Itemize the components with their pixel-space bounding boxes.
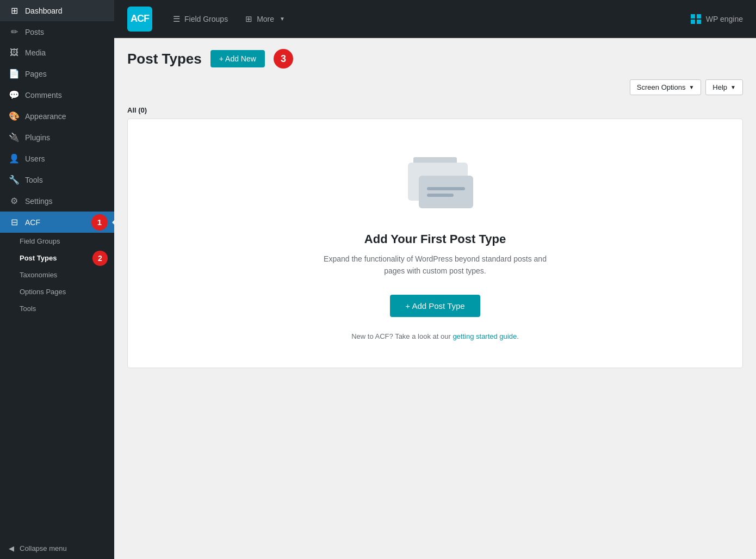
posts-icon: ✏	[9, 27, 20, 37]
dashboard-icon: ⊞	[9, 5, 20, 16]
page-title: Post Types	[127, 51, 202, 67]
toolbar-row: Screen Options ▼ Help ▼	[127, 79, 743, 95]
media-icon: 🖼	[9, 48, 20, 58]
empty-state-description: Expand the functionality of WordPress be…	[321, 253, 549, 277]
appearance-icon: 🎨	[9, 111, 20, 121]
empty-state-footer: New to ACF? Take a look at our getting s…	[351, 332, 519, 340]
chevron-down-icon: ▼	[280, 16, 285, 22]
sidebar: ⊞ Dashboard ✏ Posts 🖼 Media 📄 Pages 💬 Co…	[0, 0, 114, 559]
sidebar-item-label: Media	[25, 48, 46, 57]
collapse-menu-button[interactable]: ◀ Collapse menu	[0, 538, 114, 559]
collapse-label: Collapse menu	[20, 544, 67, 552]
sidebar-item-tools[interactable]: 🔧 Tools	[0, 169, 114, 190]
sidebar-item-label: Settings	[25, 197, 53, 206]
screen-options-chevron: ▼	[689, 84, 694, 90]
sidebar-item-settings[interactable]: ⚙ Settings	[0, 190, 114, 212]
sidebar-item-label: Dashboard	[25, 7, 63, 15]
users-icon: 👤	[9, 153, 20, 164]
help-chevron: ▼	[730, 84, 736, 90]
help-button[interactable]: Help ▼	[705, 79, 743, 95]
sidebar-item-pages[interactable]: 📄 Pages	[0, 63, 114, 84]
empty-illustration	[392, 152, 479, 217]
sidebar-item-posts[interactable]: ✏ Posts	[0, 21, 114, 42]
content-area: Post Types + Add New 3 Screen Options ▼ …	[114, 38, 756, 559]
screen-options-label: Screen Options	[637, 83, 686, 91]
sidebar-item-users[interactable]: 👤 Users	[0, 148, 114, 169]
footer-text-end: .	[517, 332, 519, 340]
tools-icon: 🔧	[9, 175, 20, 185]
post-types-callout-badge: 2	[92, 251, 108, 266]
add-new-callout-badge: 3	[274, 49, 293, 69]
filter-all-label[interactable]: All (0)	[127, 106, 147, 114]
sidebar-item-dashboard[interactable]: ⊞ Dashboard	[0, 0, 114, 21]
add-post-type-label: + Add Post Type	[405, 301, 464, 310]
footer-text: New to ACF? Take a look at our	[351, 332, 453, 340]
add-post-type-button[interactable]: + Add Post Type	[390, 295, 480, 317]
topbar-field-groups-label: Field Groups	[184, 15, 228, 23]
page-header: Post Types + Add New 3	[127, 49, 743, 69]
illus-line-1	[427, 187, 465, 190]
sidebar-item-comments[interactable]: 💬 Comments	[0, 84, 114, 105]
topbar-field-groups[interactable]: ☰ Field Groups	[165, 10, 236, 28]
sidebar-item-plugins[interactable]: 🔌 Plugins	[0, 127, 114, 148]
sidebar-item-label: Appearance	[25, 112, 66, 121]
more-nav-icon: ⊞	[245, 14, 252, 24]
topbar-more-label: More	[257, 15, 274, 23]
submenu-field-groups[interactable]: Field Groups	[0, 233, 114, 250]
empty-state-title: Add Your First Post Type	[364, 232, 506, 246]
sidebar-item-label: Tools	[25, 176, 43, 184]
illus-lines	[427, 187, 465, 197]
topbar: ACF ☰ Field Groups ⊞ More ▼ WP engine	[114, 0, 756, 38]
sidebar-item-label: Posts	[25, 28, 44, 36]
field-groups-nav-icon: ☰	[173, 14, 180, 24]
submenu-options-pages[interactable]: Options Pages	[0, 283, 114, 300]
empty-state-card: Add Your First Post Type Expand the func…	[127, 119, 743, 368]
sidebar-item-label: Plugins	[25, 133, 50, 142]
acf-callout-badge: 1	[91, 214, 108, 231]
add-new-label: + Add New	[219, 54, 256, 63]
sidebar-item-label: Users	[25, 154, 45, 163]
submenu-post-types[interactable]: Post Types 2	[0, 250, 114, 266]
plugins-icon: 🔌	[9, 132, 20, 142]
acf-logo: ACF	[127, 7, 152, 32]
sidebar-item-label: ACF	[25, 218, 40, 227]
main-area: ACF ☰ Field Groups ⊞ More ▼ WP engine Po…	[114, 0, 756, 559]
screen-options-button[interactable]: Screen Options ▼	[630, 79, 702, 95]
acf-icon: ⊟	[9, 217, 20, 227]
pages-icon: 📄	[9, 69, 20, 79]
wpengine-branding: WP engine	[691, 14, 743, 24]
illus-card-front	[419, 176, 473, 208]
comments-icon: 💬	[9, 90, 20, 100]
collapse-icon: ◀	[9, 544, 14, 552]
sidebar-item-appearance[interactable]: 🎨 Appearance	[0, 105, 114, 127]
filter-bar: All (0)	[127, 102, 743, 119]
wpengine-icon	[691, 14, 702, 24]
help-label: Help	[712, 83, 727, 91]
submenu-taxonomies[interactable]: Taxonomies	[0, 266, 114, 283]
illus-line-2	[427, 194, 454, 197]
sidebar-item-label: Comments	[25, 91, 62, 100]
sidebar-item-label: Pages	[25, 70, 47, 78]
submenu-tools[interactable]: Tools	[0, 300, 114, 317]
add-new-button[interactable]: + Add New	[210, 50, 265, 67]
getting-started-link[interactable]: getting started guide	[453, 332, 517, 340]
sidebar-item-acf[interactable]: ⊟ ACF 1	[0, 212, 114, 233]
wpengine-label: WP engine	[706, 15, 743, 23]
topbar-more[interactable]: ⊞ More ▼	[238, 10, 293, 28]
topbar-nav: ☰ Field Groups ⊞ More ▼	[165, 10, 678, 28]
settings-icon: ⚙	[9, 196, 20, 206]
acf-submenu: Field Groups Post Types 2 Taxonomies Opt…	[0, 233, 114, 317]
sidebar-item-media[interactable]: 🖼 Media	[0, 42, 114, 63]
